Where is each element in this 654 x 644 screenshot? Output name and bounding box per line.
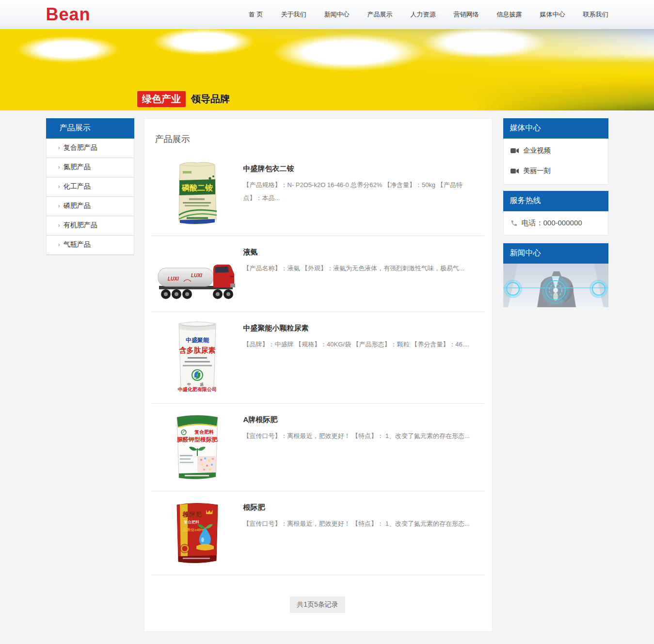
product-row-dap: 磷酸二铵 中盛牌包衣二铵 【产品规格】：N- P2O5-k2O 16-46-0 … — [151, 153, 484, 236]
svg-text:根际肥: 根际肥 — [182, 511, 202, 518]
sidebar-item-gas-cylinder[interactable]: ›气瓶产品 — [47, 236, 134, 255]
media-item-corporate-video[interactable]: 企业视频 — [504, 141, 608, 161]
product-image-ammonia-truck[interactable]: LUXI LUXI — [151, 242, 243, 303]
nav-item-disclosure[interactable]: 信息披露 — [497, 10, 522, 19]
left-sidebar-title: 产品展示 — [46, 118, 134, 139]
technology-touch-illustration — [503, 264, 608, 307]
product-name[interactable]: 中盛牌包衣二铵 — [243, 164, 478, 173]
svg-text:磷酸二铵: 磷酸二铵 — [181, 184, 213, 192]
sidebar-item-nitrogen-fertilizer[interactable]: ›氮肥产品 — [47, 158, 134, 177]
sidebar-item-phosphate-fertilizer[interactable]: ›磷肥产品 — [47, 197, 134, 216]
service-hotline-title: 服务热线 — [503, 191, 608, 211]
site-logo[interactable]: Bean — [46, 0, 91, 29]
chevron-right-icon: › — [58, 163, 60, 171]
nav-item-contact[interactable]: 联系我们 — [583, 10, 608, 19]
sidebar-item-compound-fertilizer[interactable]: ›复合肥产品 — [47, 139, 134, 158]
chevron-right-icon: › — [58, 183, 60, 190]
video-camera-icon — [510, 148, 519, 154]
product-description: 【宣传口号】：离根最近，肥效更好！ 【特点】： 1、改变了氮元素的存在形态... — [243, 517, 478, 530]
nav-item-media[interactable]: 媒体中心 — [540, 10, 565, 19]
product-name[interactable]: 根际肥 — [243, 503, 478, 512]
root-fertilizer-bag-illustration: 根际肥 复合肥料 总养分≥45% — [173, 500, 222, 566]
product-description: 【产品规格】：N- P2O5-k2O 16-46-0 总养分62% 【净含量】：… — [243, 178, 478, 204]
nav-item-about[interactable]: 关于我们 — [281, 10, 306, 19]
product-image-dap-bag[interactable]: 磷酸二铵 — [151, 158, 243, 227]
news-center-box: 新闻中心 — [503, 243, 608, 307]
svg-text:中盛聚能: 中盛聚能 — [186, 337, 209, 344]
product-row-liquid-ammonia: LUXI LUXI — [151, 236, 484, 312]
sidebar-item-chemical-products[interactable]: ›化工产品 — [47, 177, 134, 197]
product-list-panel: 产品展示 磷酸二铵 — [144, 118, 493, 632]
svg-text:中盛化肥有限公司: 中盛化肥有限公司 — [178, 387, 217, 392]
service-hotline-box: 服务热线 电话：000-000000 — [503, 191, 608, 236]
nav-item-home[interactable]: 首 页 — [249, 10, 263, 19]
svg-text:LUXI: LUXI — [191, 273, 202, 278]
product-row-root-fertilizer: 根际肥 复合肥料 总养分≥45% 根际肥 — [151, 491, 484, 575]
product-row-urea: 中盛聚能 含多肽尿素 中 盛 中盛化肥有限公司 中盛聚能小颗粒尿素 【品牌 — [151, 312, 484, 404]
media-center-box: 媒体中心 企业视频 美丽一刻 — [503, 118, 608, 185]
site-header: Bean 首 页 关于我们 新闻中心 产品展示 人力资源 营销网络 信息披露 媒… — [0, 0, 654, 29]
product-category-list: ›复合肥产品 ›氮肥产品 ›化工产品 ›磷肥产品 ›有机肥产品 ›气瓶产品 — [46, 139, 134, 255]
hotline-phone-row: 电话：000-000000 — [504, 211, 608, 235]
banner-slogan-group: 绿色产业 领导品牌 — [137, 91, 230, 107]
chevron-right-icon: › — [58, 144, 60, 151]
root-fertilizer-a-bag-illustration: 复合肥料 脲醛钾型根际肥 — [173, 411, 222, 482]
urea-bag-illustration: 中盛聚能 含多肽尿素 中 盛 中盛化肥有限公司 — [174, 319, 221, 394]
product-name[interactable]: A牌根际肥 — [243, 415, 478, 424]
product-image-root-fertilizer-bag[interactable]: 根际肥 复合肥料 总养分≥45% — [151, 497, 243, 566]
product-description: 【品牌】：中盛牌 【规格】：40KG/袋 【产品形态】：颗粒 【养分含量】：46… — [243, 338, 478, 351]
media-item-beautiful-moment[interactable]: 美丽一刻 — [504, 161, 608, 181]
right-sidebar: 媒体中心 企业视频 美丽一刻 — [503, 118, 608, 314]
chevron-right-icon: › — [58, 221, 60, 229]
product-row-root-fertilizer-a: 复合肥料 脲醛钾型根际肥 — [151, 404, 484, 491]
video-camera-icon — [510, 168, 519, 174]
svg-text:脲醛钾型根际肥: 脲醛钾型根际肥 — [176, 436, 218, 443]
svg-text:复合肥料: 复合肥料 — [194, 429, 214, 435]
product-name[interactable]: 中盛聚能小颗粒尿素 — [243, 324, 478, 333]
nav-item-marketing[interactable]: 营销网络 — [454, 10, 479, 19]
svg-text:复合肥料: 复合肥料 — [184, 520, 199, 524]
product-description: 【产品名称】：液氨 【外观】：液氨为无色液体，有强烈刺激性气味，极易气... — [243, 262, 478, 275]
media-center-title: 媒体中心 — [503, 118, 608, 139]
ammonia-tanker-truck-illustration: LUXI LUXI — [157, 256, 238, 303]
page-title: 产品展示 — [155, 133, 484, 145]
news-center-title: 新闻中心 — [503, 243, 608, 264]
pagination: 共1页5条记录 — [151, 597, 484, 613]
product-name[interactable]: 液氨 — [243, 248, 478, 257]
nav-item-products[interactable]: 产品展示 — [367, 10, 393, 19]
product-description: 【宣传口号】：离根最近，肥效更好！ 【特点】： 1、改变了氮元素的存在形态... — [243, 429, 478, 442]
main-nav: 首 页 关于我们 新闻中心 产品展示 人力资源 营销网络 信息披露 媒体中心 联… — [249, 10, 608, 19]
product-image-root-fertilizer-a-bag[interactable]: 复合肥料 脲醛钾型根际肥 — [151, 409, 243, 482]
product-image-urea-bag[interactable]: 中盛聚能 含多肽尿素 中 盛 中盛化肥有限公司 — [151, 318, 243, 394]
dap-bag-illustration: 磷酸二铵 — [176, 160, 219, 227]
hotline-phone-number: 电话：000-000000 — [522, 219, 582, 228]
svg-text:含多肽尿素: 含多肽尿素 — [178, 346, 215, 354]
hero-banner: 绿色产业 领导品牌 — [0, 29, 654, 110]
svg-text:总养分≥45%: 总养分≥45% — [182, 528, 204, 532]
pagination-summary: 共1页5条记录 — [290, 597, 345, 613]
phone-icon — [510, 220, 518, 227]
chevron-right-icon: › — [58, 202, 60, 209]
nav-item-news[interactable]: 新闻中心 — [324, 10, 350, 19]
sidebar-item-organic-fertilizer[interactable]: ›有机肥产品 — [47, 216, 134, 236]
left-sidebar: 产品展示 ›复合肥产品 ›氮肥产品 ›化工产品 ›磷肥产品 ›有机肥产品 ›气瓶… — [46, 118, 134, 255]
nav-item-hr[interactable]: 人力资源 — [411, 10, 436, 19]
chevron-right-icon: › — [58, 241, 60, 248]
banner-badge: 绿色产业 — [137, 91, 186, 107]
news-center-image[interactable] — [503, 264, 608, 307]
banner-slogan: 领导品牌 — [191, 93, 230, 106]
svg-text:LUXI: LUXI — [168, 276, 179, 282]
svg-text:中 盛: 中 盛 — [187, 382, 207, 387]
